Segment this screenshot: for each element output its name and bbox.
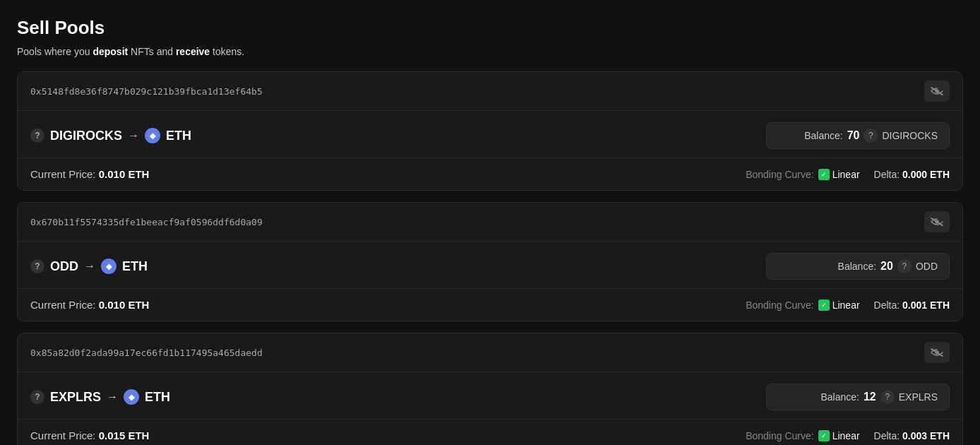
current-price-1: Current Price: 0.010 ETH [30,168,149,180]
current-price-label-2: Current Price: [30,299,99,311]
delta-value-2: 0.001 ETH [902,299,950,311]
balance-help-icon-3[interactable]: ? [880,390,895,404]
linear-badge-1: ✓ Linear [818,169,860,180]
page-title: Sell Pools [17,17,963,39]
balance-label-2: Balance: [838,261,876,272]
pool-header-2: 0x670b11f5574335dfe1beeacf9af0596ddf6d0a… [18,203,962,242]
current-price-3: Current Price: 0.015 ETH [30,429,149,441]
pool-header-1: 0x5148fd8e36f8747b029c121b39fbca1d13ef64… [18,72,962,111]
pool-address-3: 0x85a82d0f2ada99a17ec66fd1b117495a465dae… [30,348,263,358]
current-price-value-3: 0.015 ETH [99,429,150,441]
bonding-curve-label-1: Bonding Curve: [746,169,814,180]
bonding-info-2: Bonding Curve: ✓ Linear Delta: 0.001 ETH [746,299,950,311]
balance-label-3: Balance: [820,391,859,403]
pool-header-3: 0x85a82d0f2ada99a17ec66fd1b117495a465dae… [18,333,962,372]
linear-icon-2: ✓ [818,299,830,311]
help-icon-1[interactable]: ? [30,129,44,143]
linear-badge-2: ✓ Linear [818,299,860,311]
delta-2: Delta: 0.001 ETH [874,299,950,311]
linear-icon-1: ✓ [818,169,830,180]
hide-pool-button-2[interactable] [924,211,950,232]
balance-value-3: 12 [864,391,876,403]
arrow-2: → [84,260,95,273]
eth-icon-3: ◆ [124,389,139,405]
token-name-1: ETH [166,129,191,143]
pool-footer-1: Current Price: 0.010 ETH Bonding Curve: … [18,158,962,190]
pool-card-2: 0x670b11f5574335dfe1beeacf9af0596ddf6d0a… [17,202,963,321]
help-icon-3[interactable]: ? [30,390,44,404]
eth-icon-2: ◆ [101,259,116,274]
pool-footer-2: Current Price: 0.010 ETH Bonding Curve: … [18,289,962,321]
current-price-2: Current Price: 0.010 ETH [30,299,149,311]
nft-name-2: ODD [50,259,78,274]
arrow-3: → [107,391,118,403]
balance-help-icon-2[interactable]: ? [897,259,912,273]
balance-help-icon-1[interactable]: ? [864,129,878,143]
hide-pool-button-3[interactable] [924,342,950,363]
pools-container: 0x5148fd8e36f8747b029c121b39fbca1d13ef64… [17,71,963,445]
arrow-1: → [128,129,139,142]
delta-label-2: Delta: [874,299,902,311]
page-subtitle: Pools where you deposit NFTs and receive… [17,46,963,57]
linear-icon-3: ✓ [818,430,830,441]
nft-name-1: DIGIROCKS [50,129,122,143]
pool-card-1: 0x5148fd8e36f8747b029c121b39fbca1d13ef64… [17,71,963,191]
bonding-curve-label-2: Bonding Curve: [746,299,814,311]
pool-address-1: 0x5148fd8e36f8747b029c121b39fbca1d13ef64… [30,86,263,97]
delta-label-1: Delta: [874,169,902,180]
token-name-2: ETH [122,259,148,274]
linear-badge-3: ✓ Linear [818,430,860,441]
balance-unit-1: DIGIROCKS [882,130,938,141]
delta-3: Delta: 0.003 ETH [874,430,950,441]
token-name-3: ETH [145,390,170,405]
balance-unit-3: EXPLRS [899,391,938,403]
bonding-curve-value-3: Linear [832,430,860,441]
delta-label-3: Delta: [874,430,902,441]
pool-address-2: 0x670b11f5574335dfe1beeacf9af0596ddf6d0a… [30,217,263,227]
eye-slash-icon [931,218,943,226]
bonding-curve-label-3: Bonding Curve: [746,430,814,441]
current-price-value-2: 0.010 ETH [99,299,150,311]
pool-pair-1: ? DIGIROCKS → ◆ ETH [30,128,191,143]
bonding-curve-value-1: Linear [832,169,860,180]
delta-1: Delta: 0.000 ETH [874,169,950,180]
pool-pair-3: ? EXPLRS → ◆ ETH [30,389,170,405]
eye-slash-icon [931,87,943,95]
balance-box-1: Balance: 70 ? DIGIROCKS [766,122,950,149]
pool-pair-2: ? ODD → ◆ ETH [30,259,148,274]
balance-value-1: 70 [847,129,860,142]
balance-value-2: 20 [880,260,893,273]
pool-footer-3: Current Price: 0.015 ETH Bonding Curve: … [18,420,962,445]
delta-value-1: 0.000 ETH [902,169,950,180]
bonding-info-1: Bonding Curve: ✓ Linear Delta: 0.000 ETH [746,169,950,180]
pool-body-2: ? ODD → ◆ ETH Balance: 20 ? ODD [18,242,962,289]
current-price-label-3: Current Price: [30,429,99,441]
hide-pool-button-1[interactable] [924,81,950,102]
delta-value-3: 0.003 ETH [902,430,950,441]
pool-body-3: ? EXPLRS → ◆ ETH Balance: 12 ? EXPLRS [18,372,962,420]
pool-card-3: 0x85a82d0f2ada99a17ec66fd1b117495a465dae… [17,333,963,445]
eth-icon-1: ◆ [145,128,160,143]
pool-body-1: ? DIGIROCKS → ◆ ETH Balance: 70 ? DIGIRO… [18,111,962,158]
balance-label-1: Balance: [804,130,842,141]
balance-box-2: Balance: 20 ? ODD [766,253,950,280]
current-price-label-1: Current Price: [30,168,99,180]
bonding-info-3: Bonding Curve: ✓ Linear Delta: 0.003 ETH [746,430,950,441]
bonding-curve-value-2: Linear [832,299,860,311]
current-price-value-1: 0.010 ETH [99,168,150,180]
help-icon-2[interactable]: ? [30,259,44,273]
balance-box-3: Balance: 12 ? EXPLRS [766,384,950,410]
balance-unit-2: ODD [916,261,938,272]
eye-slash-icon [931,348,943,357]
nft-name-3: EXPLRS [50,390,101,405]
